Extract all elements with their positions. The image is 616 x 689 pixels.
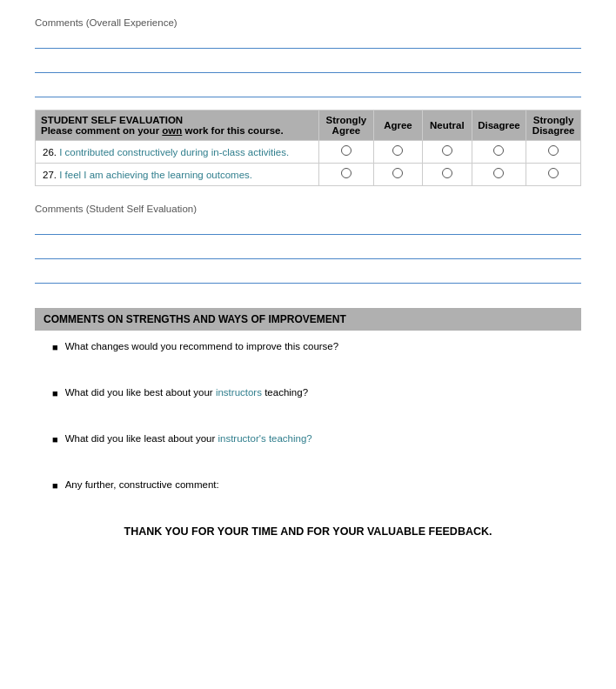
list-item: ■ What did you like least about your ins… bbox=[52, 433, 581, 445]
col-agree: Agree bbox=[373, 110, 422, 141]
table-header-label: STUDENT SELF EVALUATION Please comment o… bbox=[36, 110, 319, 141]
bullet-marker: ■ bbox=[52, 342, 58, 352]
col-disagree: Disagree bbox=[472, 110, 526, 141]
comments-overall-label: Comments (Overall Experience) bbox=[35, 17, 581, 28]
radio-26-strongly-disagree[interactable] bbox=[526, 141, 581, 164]
radio-27-strongly-agree[interactable] bbox=[319, 164, 374, 186]
bullet-text-3: What did you like least about your instr… bbox=[65, 433, 312, 444]
bullet-list: ■ What changes would you recommend to im… bbox=[35, 341, 581, 491]
col-strongly-disagree: Strongly Disagree bbox=[526, 110, 581, 141]
question-27: 27. I feel I am achieving the learning o… bbox=[36, 164, 319, 186]
list-item: ■ Any further, constructive comment: bbox=[52, 479, 581, 491]
bullet-text-2: What did you like best about your instru… bbox=[65, 387, 308, 398]
bullet-marker: ■ bbox=[52, 388, 58, 398]
comment-line-2 bbox=[35, 57, 581, 73]
comment-line-3 bbox=[35, 82, 581, 97]
radio-26-neutral[interactable] bbox=[423, 141, 472, 164]
strengths-header: COMMENTS ON STRENGTHS AND WAYS OF IMPROV… bbox=[35, 308, 581, 331]
col-neutral: Neutral bbox=[423, 110, 472, 141]
self-eval-line-3 bbox=[35, 268, 581, 284]
table-row: 26. I contributed constructively during … bbox=[36, 141, 581, 164]
question-26: 26. I contributed constructively during … bbox=[36, 141, 319, 164]
bullet-text-4: Any further, constructive comment: bbox=[65, 479, 219, 490]
radio-26-disagree[interactable] bbox=[472, 141, 526, 164]
thank-you-text: THANK YOU FOR YOUR TIME AND FOR YOUR VAL… bbox=[35, 517, 581, 538]
radio-26-strongly-agree[interactable] bbox=[319, 141, 374, 164]
list-item: ■ What changes would you recommend to im… bbox=[52, 341, 581, 352]
radio-27-strongly-disagree[interactable] bbox=[526, 164, 581, 186]
list-item: ■ What did you like best about your inst… bbox=[52, 387, 581, 398]
radio-26-agree[interactable] bbox=[373, 141, 422, 164]
comment-line-1 bbox=[35, 33, 581, 49]
bullet-text-1: What changes would you recommend to impr… bbox=[65, 341, 339, 351]
student-self-eval-table: STUDENT SELF EVALUATION Please comment o… bbox=[35, 110, 581, 186]
comments-self-eval-label: Comments (Student Self Evaluation) bbox=[35, 204, 581, 214]
radio-27-disagree[interactable] bbox=[472, 164, 526, 186]
radio-27-neutral[interactable] bbox=[423, 164, 472, 186]
bullet-marker: ■ bbox=[52, 480, 58, 491]
table-row: 27. I feel I am achieving the learning o… bbox=[36, 164, 581, 186]
self-eval-line-2 bbox=[35, 244, 581, 259]
radio-27-agree[interactable] bbox=[373, 164, 422, 186]
table-subheader: Please comment on your own work for this… bbox=[41, 125, 284, 136]
bullet-marker: ■ bbox=[52, 434, 58, 445]
self-eval-line-1 bbox=[35, 219, 581, 235]
col-strongly-agree: Strongly Agree bbox=[319, 110, 374, 141]
